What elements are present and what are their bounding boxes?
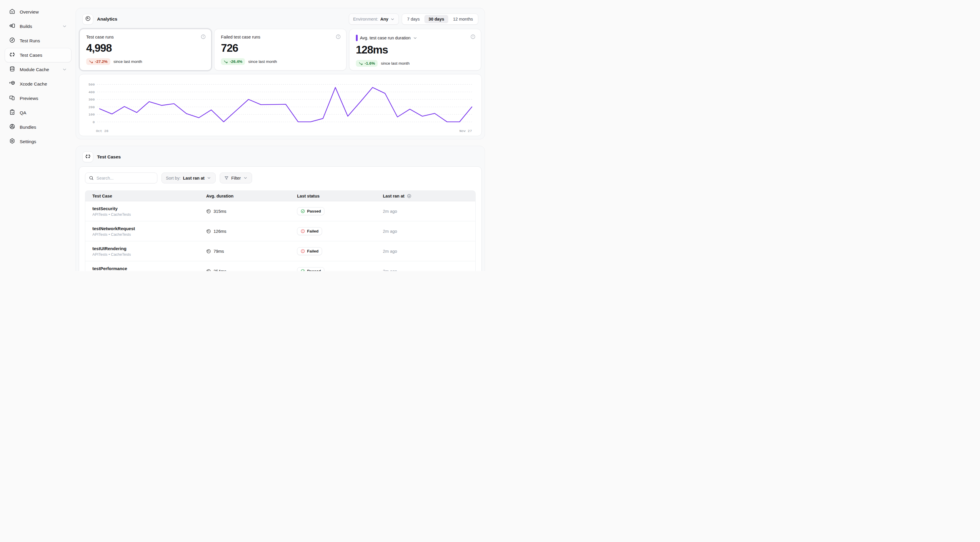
history-clock-icon xyxy=(206,209,211,214)
settings-nut-icon xyxy=(9,138,15,145)
time-range-group: 7 days 30 days 12 months xyxy=(402,14,478,25)
sidebar-item-overview[interactable]: Overview xyxy=(5,5,72,19)
range-button-12-months[interactable]: 12 months xyxy=(449,15,477,23)
test-cases-header: Test Cases xyxy=(79,149,482,166)
column-header-avg-duration: Avg. duration xyxy=(206,194,297,198)
analytics-header: Analytics Environment: Any 7 days 30 day… xyxy=(79,11,482,29)
delta-badge: -1.6% xyxy=(356,60,378,67)
filter-label: Filter xyxy=(231,176,240,181)
svg-text:100: 100 xyxy=(89,113,95,117)
filter-button[interactable]: Filter xyxy=(220,173,252,184)
chevron-down-icon xyxy=(413,36,417,40)
stat-card-test-case-runs[interactable]: Test case runs 4,998 -27.2% since last m… xyxy=(80,29,212,71)
info-icon[interactable] xyxy=(200,34,206,40)
last-ran-value: 2m ago xyxy=(383,209,475,214)
sidebar-item-label: Xcode Cache xyxy=(20,81,47,87)
trend-down-icon xyxy=(89,59,93,64)
funnel-icon xyxy=(224,176,229,181)
main-content: Analytics Environment: Any 7 days 30 day… xyxy=(76,0,490,271)
chevron-down-icon xyxy=(207,176,211,180)
history-clock-icon xyxy=(206,269,211,271)
delta-note: since last month xyxy=(248,59,277,64)
sort-arrow-down-icon xyxy=(407,194,412,198)
svg-text:Oct 28: Oct 28 xyxy=(96,129,108,133)
line-chart: 0100200300400500Oct 28Nov 27 xyxy=(83,78,478,134)
stat-value: 4,998 xyxy=(86,42,205,54)
column-header-last-ran-at[interactable]: Last ran at xyxy=(383,194,475,198)
test-case-name: testUIRendering xyxy=(92,246,131,251)
table-row[interactable]: testPerformance APITests • CacheTests 35… xyxy=(85,261,475,271)
avg-duration-value: 126ms xyxy=(213,229,226,234)
environment-select[interactable]: Environment: Any xyxy=(349,14,399,25)
last-ran-value: 2m ago xyxy=(383,269,475,271)
delta-badge: -26.4% xyxy=(221,58,245,65)
status-badge-passed: Passed xyxy=(297,267,325,271)
svg-text:0: 0 xyxy=(93,120,95,124)
test-cases-table: Test Case Avg. duration Last status Last… xyxy=(85,190,476,271)
avg-duration-value: 315ms xyxy=(213,209,226,214)
delta-badge: -27.2% xyxy=(86,58,110,65)
svg-text:500: 500 xyxy=(89,82,95,87)
builds-icon xyxy=(9,23,15,30)
chevron-down-icon xyxy=(62,24,67,29)
stat-label: Avg. test case run duration xyxy=(356,35,474,41)
history-clock-icon xyxy=(206,229,211,234)
status-badge-failed: Failed xyxy=(297,227,322,235)
range-button-30-days[interactable]: 30 days xyxy=(425,15,448,23)
check-circle-icon xyxy=(301,209,305,213)
table-toolbar: Sort by: Last ran at Filter xyxy=(85,173,476,184)
chevron-down-icon xyxy=(390,17,395,21)
trend-down-icon xyxy=(224,59,228,64)
sidebar-item-label: Module Cache xyxy=(20,67,49,72)
history-clock-icon xyxy=(206,249,211,254)
analytics-controls: Environment: Any 7 days 30 days 12 month… xyxy=(349,14,478,25)
sidebar-item-builds[interactable]: Builds xyxy=(5,19,72,33)
sidebar-item-test-cases[interactable]: Test Cases xyxy=(5,48,72,62)
range-button-7-days[interactable]: 7 days xyxy=(403,15,424,23)
sidebar-item-bundles[interactable]: Bundles xyxy=(5,120,72,134)
test-case-suite: APITests • CacheTests xyxy=(92,212,131,217)
panel-title: Analytics xyxy=(97,16,117,22)
table-row[interactable]: testSecurity APITests • CacheTests 315ms… xyxy=(85,201,475,221)
analytics-icon-box xyxy=(82,14,93,25)
info-icon[interactable] xyxy=(336,34,341,40)
gauge-icon xyxy=(9,37,15,44)
sidebar-item-settings[interactable]: Settings xyxy=(5,134,72,149)
delta-note: since last month xyxy=(381,61,410,65)
test-cases-card: Sort by: Last ran at Filter Test Case Av… xyxy=(79,166,482,271)
devices-icon xyxy=(9,95,15,102)
info-icon[interactable] xyxy=(470,34,476,40)
stat-card-failed-test-case-runs[interactable]: Failed test case runs 726 -26.4% since l… xyxy=(214,29,346,71)
sort-by-button[interactable]: Sort by: Last ran at xyxy=(161,173,216,184)
sort-label: Sort by: xyxy=(166,176,181,181)
sidebar-item-qa[interactable]: QA xyxy=(5,106,72,120)
test-case-name: testNetworkRequest xyxy=(92,226,135,231)
sidebar-item-test-runs[interactable]: Test Runs xyxy=(5,33,72,48)
chevron-down-icon xyxy=(243,176,248,180)
svg-text:Nov 27: Nov 27 xyxy=(460,129,472,133)
search-input[interactable] xyxy=(97,176,154,181)
environment-label: Environment: xyxy=(353,17,378,21)
sidebar-item-label: Overview xyxy=(20,10,39,15)
delta-note: since last month xyxy=(113,59,142,64)
swap-arrows-icon xyxy=(9,51,15,59)
stat-label: Test case runs xyxy=(86,35,205,40)
svg-text:200: 200 xyxy=(89,105,95,109)
check-circle-icon xyxy=(301,269,305,271)
disc-icon xyxy=(85,16,91,23)
stat-card-avg-duration[interactable]: Avg. test case run duration 128ms -1.6% … xyxy=(349,29,481,71)
search-box[interactable] xyxy=(85,173,158,184)
last-ran-value: 2m ago xyxy=(383,249,475,254)
sidebar-item-label: Previews xyxy=(20,96,38,101)
sidebar-item-previews[interactable]: Previews xyxy=(5,91,72,106)
status-badge-failed: Failed xyxy=(297,247,322,255)
stat-delta-row: -27.2% since last month xyxy=(86,58,205,65)
sidebar-item-xcode-cache[interactable]: Xcode Cache xyxy=(5,77,72,91)
table-row[interactable]: testNetworkRequest APITests • CacheTests… xyxy=(85,221,475,241)
sidebar-item-label: Bundles xyxy=(20,125,36,130)
table-row[interactable]: testUIRendering APITests • CacheTests 79… xyxy=(85,241,475,261)
trend-down-icon xyxy=(358,61,363,65)
sort-value: Last ran at xyxy=(183,176,204,181)
stat-value: 726 xyxy=(221,42,339,54)
sidebar-item-module-cache[interactable]: Module Cache xyxy=(5,62,72,77)
